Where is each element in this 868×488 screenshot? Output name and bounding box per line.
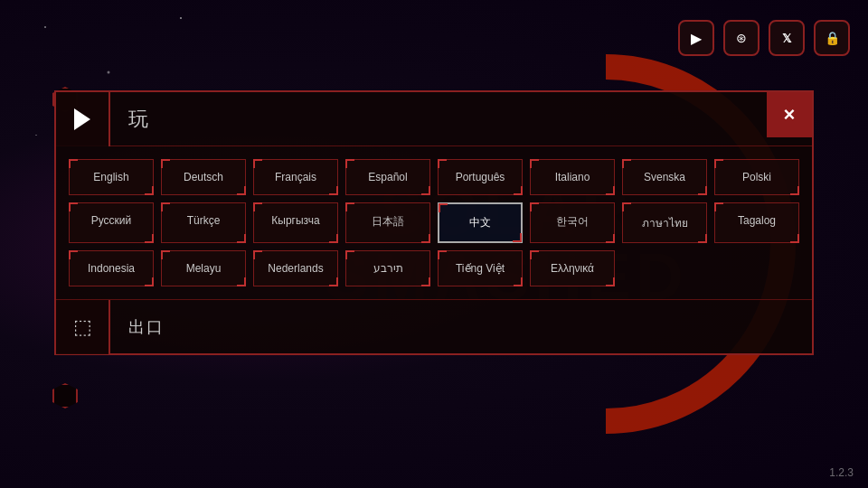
close-button[interactable]: × bbox=[767, 92, 812, 137]
lang-btn-en[interactable]: English bbox=[69, 159, 154, 195]
discord-icon: ⊛ bbox=[736, 31, 747, 45]
lang-btn-fr[interactable]: Français bbox=[253, 159, 338, 195]
youtube-button[interactable]: ▶ bbox=[678, 20, 714, 56]
play-button[interactable] bbox=[56, 92, 110, 146]
lang-btn-tl[interactable]: Tagalog bbox=[714, 202, 799, 243]
version-label: 1.2.3 bbox=[829, 466, 854, 479]
exit-icon-button[interactable]: ⬚ bbox=[56, 300, 110, 354]
twitter-button[interactable]: 𝕏 bbox=[769, 20, 805, 56]
lang-btn-zh[interactable]: 中文 bbox=[438, 202, 523, 243]
lang-btn-vi[interactable]: Tiếng Việt bbox=[438, 250, 523, 286]
lang-btn-th[interactable]: ภาษาไทย bbox=[622, 202, 707, 243]
panel-bottom-bar: ⬚ 出口 bbox=[56, 299, 812, 353]
lang-btn-ru[interactable]: Русский bbox=[69, 202, 154, 243]
twitter-icon: 𝕏 bbox=[782, 32, 791, 45]
exit-label: 出口 bbox=[110, 316, 165, 338]
social-bar: ▶ ⊛ 𝕏 🔒 bbox=[678, 20, 850, 56]
lang-btn-he[interactable]: תירבע bbox=[345, 250, 430, 286]
lang-btn-id[interactable]: Indonesia bbox=[69, 250, 154, 286]
play-icon bbox=[74, 108, 90, 130]
language-panel: 玩 × English Deutsch Français Español Por… bbox=[54, 90, 814, 355]
lang-btn-el[interactable]: Ελληνικά bbox=[530, 250, 615, 286]
lang-btn-de[interactable]: Deutsch bbox=[161, 159, 246, 195]
lang-btn-es[interactable]: Español bbox=[345, 159, 430, 195]
lang-btn-ky[interactable]: Кыргызча bbox=[253, 202, 338, 243]
svg-point-0 bbox=[44, 26, 46, 28]
svg-point-2 bbox=[180, 17, 182, 19]
panel-title: 玩 bbox=[110, 106, 150, 133]
svg-point-1 bbox=[108, 71, 110, 74]
lang-btn-nl[interactable]: Nederlands bbox=[253, 250, 338, 286]
svg-point-8 bbox=[35, 135, 37, 136]
lang-btn-pt[interactable]: Português bbox=[438, 159, 523, 195]
lang-btn-it[interactable]: Italiano bbox=[530, 159, 615, 195]
lang-btn-ms[interactable]: Melayu bbox=[161, 250, 246, 286]
lang-btn-ja[interactable]: 日本語 bbox=[345, 202, 430, 243]
lock-button[interactable]: 🔒 bbox=[814, 20, 850, 56]
lang-btn-ko[interactable]: 한국어 bbox=[530, 202, 615, 243]
panel-top-bar: 玩 × bbox=[56, 92, 812, 146]
exit-icon: ⬚ bbox=[73, 315, 92, 339]
lang-btn-sv[interactable]: Svenska bbox=[622, 159, 707, 195]
lock-icon: 🔒 bbox=[825, 31, 840, 45]
youtube-icon: ▶ bbox=[691, 30, 702, 47]
discord-button[interactable]: ⊛ bbox=[723, 20, 760, 56]
lang-btn-pl[interactable]: Polski bbox=[714, 159, 799, 195]
language-grid: English Deutsch Français Español Portugu… bbox=[56, 146, 812, 299]
lang-btn-tr[interactable]: Türkçe bbox=[161, 202, 246, 243]
